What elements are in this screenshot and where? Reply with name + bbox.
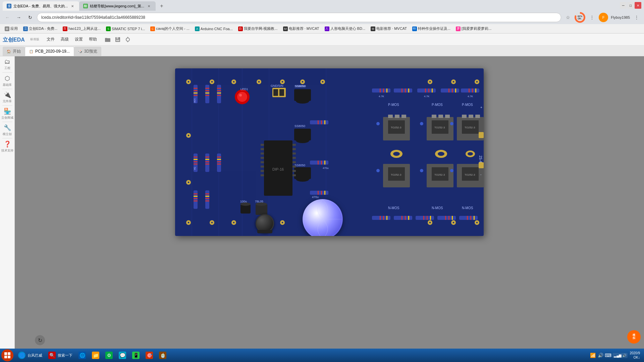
- tab-close-2[interactable]: ✕: [146, 3, 152, 9]
- bookmark-lceda[interactable]: 立 立创EDA - 免费...: [21, 25, 59, 32]
- svg-rect-131: [292, 166, 296, 168]
- toolbar-component-btn[interactable]: [123, 35, 132, 44]
- menu-settings[interactable]: 设置: [72, 35, 86, 44]
- taskbar-item-target[interactable]: 🎯: [143, 350, 156, 361]
- browser-tab-active[interactable]: 立 立创EDA - 免费、易用、强大的... ✕: [3, 1, 79, 11]
- taskbar-item-globe[interactable]: 🌐: [76, 350, 89, 361]
- close-button[interactable]: ✕: [635, 2, 641, 9]
- back-button[interactable]: ←: [3, 13, 12, 22]
- bookmark-mvcat2[interactable]: M 电影推荐 · MVCAT: [369, 25, 409, 32]
- wechat-icon: 💬: [119, 352, 126, 359]
- start-button[interactable]: [1, 349, 13, 361]
- basiclib-icon: ⬡: [5, 75, 10, 82]
- content-area[interactable]: 10K: [15, 56, 644, 362]
- svg-rect-83: [205, 164, 209, 165]
- svg-rect-98: [205, 200, 209, 201]
- tab-close-1[interactable]: ✕: [70, 3, 75, 9]
- menu-icon[interactable]: ⋮: [632, 13, 641, 22]
- bookmark-tezhong[interactable]: 特 特种作业操作证及...: [410, 25, 452, 32]
- taskbar-item-mobile[interactable]: 📱: [129, 350, 142, 361]
- svg-rect-104: [273, 89, 278, 96]
- svg-rect-86: [217, 159, 221, 160]
- browser-tab-inactive[interactable]: 桔 桔梗导航[www.jiegeng.com]_第... ✕: [79, 1, 156, 11]
- volume-tray-icon[interactable]: 🔊: [597, 352, 604, 359]
- bookmark-mvcat1[interactable]: M 电影推荐 · MVCAT: [281, 25, 321, 32]
- taskbar-item-typhoon[interactable]: 🌀 台风巴威: [15, 350, 45, 361]
- svg-rect-188: [383, 216, 384, 220]
- browser-chrome: 立 立创EDA - 免费、易用、强大的... ✕ 桔 桔梗导航[www.jieg…: [0, 0, 644, 34]
- svg-point-244: [420, 122, 423, 125]
- simatic-favicon: S: [106, 26, 111, 31]
- keyboard-tray-icon[interactable]: ⌨: [605, 352, 611, 359]
- mobile-icon: 📱: [132, 352, 140, 359]
- address-input[interactable]: [37, 13, 561, 22]
- svg-point-36: [211, 81, 213, 83]
- bookmark-zixue[interactable]: 自 我要自学网-视频教...: [236, 25, 280, 32]
- taskbar-item-settings[interactable]: ⚙: [103, 350, 115, 361]
- bookmark-apps[interactable]: ⊞ 应用: [3, 25, 20, 32]
- bookmark-cavaj[interactable]: C cavaj的个人空间 - ...: [148, 25, 192, 32]
- toolbar-folder-btn[interactable]: [103, 35, 112, 44]
- taskbar-clock[interactable]: 2020/9 OK↓: [630, 351, 640, 360]
- bookmark-simatic[interactable]: S SIMATIC STEP 7 i...: [104, 26, 147, 32]
- svg-rect-225: [405, 88, 406, 93]
- pcb-board[interactable]: 10K: [175, 68, 484, 236]
- svg-rect-85: [217, 157, 221, 158]
- user-avatar[interactable]: F: [599, 13, 608, 22]
- menu-advanced[interactable]: 高级: [58, 35, 71, 44]
- svg-text:SS8050: SS8050: [294, 124, 305, 128]
- taskbar-item-wechat[interactable]: 💬: [116, 350, 129, 361]
- watermark-badge: 模拟: [627, 330, 641, 344]
- svg-rect-166: [469, 115, 473, 118]
- bookmark-arduino[interactable]: A Arduino CNC Foa...: [193, 26, 235, 32]
- sidebar-divider-5: [2, 138, 12, 138]
- svg-point-51: [233, 222, 235, 224]
- sidebar-item-basiclib[interactable]: ⬡ 基础库: [1, 74, 14, 87]
- complib-label: 元件库: [3, 99, 12, 104]
- doc-tab-pcb[interactable]: 📋 PCB_2020-09-19...: [25, 47, 74, 56]
- sidebar-divider-1: [2, 72, 12, 73]
- svg-text:4.7K: 4.7K: [379, 95, 384, 98]
- forward-button[interactable]: →: [14, 13, 23, 22]
- bookmark-tianshi[interactable]: 人 人形电脑天使心 BD...: [323, 25, 368, 32]
- new-tab-button[interactable]: +: [157, 1, 166, 11]
- sidebar-item-support[interactable]: ❓ 技术支持: [1, 140, 14, 153]
- taskbar-item-search[interactable]: 🔍 搜索一下: [46, 350, 75, 361]
- extensions-icon[interactable]: ⋮: [587, 13, 597, 22]
- svg-point-39: [281, 81, 283, 83]
- globe-icon: 🌐: [78, 352, 86, 359]
- bookmark-star-icon[interactable]: ☆: [563, 13, 573, 22]
- taskbar-item-folder[interactable]: 📁: [89, 350, 102, 361]
- svg-text:5K: 5K: [193, 167, 196, 170]
- svg-rect-195: [423, 216, 424, 220]
- bookmark-luoli[interactable]: 萝 [我爱萝莉爱萝莉...: [454, 25, 493, 32]
- sidebar-item-project[interactable]: 🗂 工程: [1, 58, 14, 71]
- sidebar-item-complib[interactable]: 🔌 元件库: [1, 90, 14, 104]
- svg-rect-165: [462, 115, 467, 118]
- bookmark-cavaj-label: cavaj的个人空间 - ...: [156, 26, 190, 31]
- refresh-view-button[interactable]: ↻: [35, 335, 45, 345]
- svg-text:N-MOS: N-MOS: [432, 206, 443, 210]
- svg-rect-123: [261, 166, 264, 168]
- doc-tab-3d[interactable]: 🎲 3D预览: [74, 47, 101, 56]
- svg-rect-70: [217, 90, 221, 91]
- toolbar-save-btn[interactable]: [113, 35, 122, 44]
- svg-rect-167: [475, 115, 480, 118]
- network-tray-icon[interactable]: 📶: [589, 352, 596, 359]
- svg-rect-74: [194, 157, 198, 158]
- bookmark-hao123[interactable]: 百 hao123_上网从这...: [61, 25, 103, 32]
- refresh-button[interactable]: ↻: [25, 13, 35, 22]
- svg-rect-96: [205, 196, 209, 197]
- sidebar-item-molicreate[interactable]: 🔧 模立创: [1, 123, 14, 137]
- svg-rect-79: [205, 154, 209, 172]
- svg-rect-66: [205, 93, 209, 94]
- minimize-button[interactable]: ─: [620, 2, 627, 9]
- taskbar-item-tea[interactable]: 🍵: [156, 350, 169, 361]
- sidebar-item-lcsc[interactable]: 🏪 立创商城: [1, 107, 14, 120]
- doc-tab-start[interactable]: 🏠 开始: [3, 47, 25, 56]
- menu-help[interactable]: 帮助: [86, 35, 100, 44]
- maximize-button[interactable]: □: [627, 2, 634, 9]
- svg-rect-229: [428, 88, 429, 93]
- svg-point-54: [429, 222, 431, 224]
- menu-file[interactable]: 文件: [44, 35, 57, 44]
